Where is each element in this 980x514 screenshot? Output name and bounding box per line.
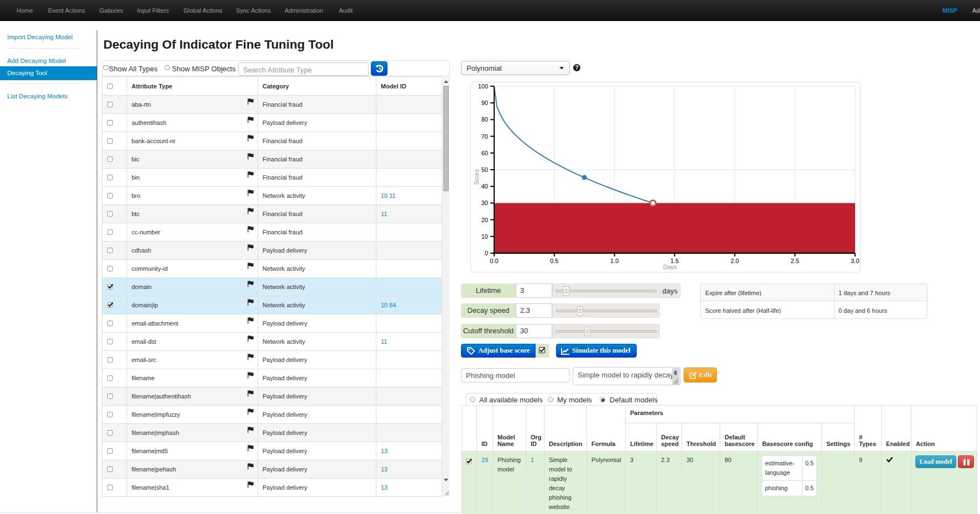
svg-text:Days: Days [663, 264, 677, 270]
svg-text:2.5: 2.5 [791, 258, 799, 264]
svg-text:30: 30 [481, 200, 488, 206]
svg-text:1.0: 1.0 [610, 258, 619, 264]
svg-text:70: 70 [481, 133, 488, 140]
svg-text:2.0: 2.0 [731, 258, 739, 264]
svg-text:3.0: 3.0 [851, 258, 859, 264]
svg-text:50: 50 [481, 166, 488, 173]
svg-text:0: 0 [485, 250, 488, 256]
svg-text:20: 20 [481, 217, 488, 223]
svg-text:0.5: 0.5 [550, 258, 558, 264]
svg-text:60: 60 [481, 150, 488, 156]
svg-text:100: 100 [478, 83, 488, 90]
svg-text:Score: Score [473, 169, 480, 185]
svg-text:80: 80 [481, 116, 488, 123]
svg-text:90: 90 [481, 99, 488, 106]
svg-text:40: 40 [481, 183, 488, 190]
svg-text:10: 10 [481, 233, 488, 240]
svg-text:0.0: 0.0 [490, 258, 498, 264]
